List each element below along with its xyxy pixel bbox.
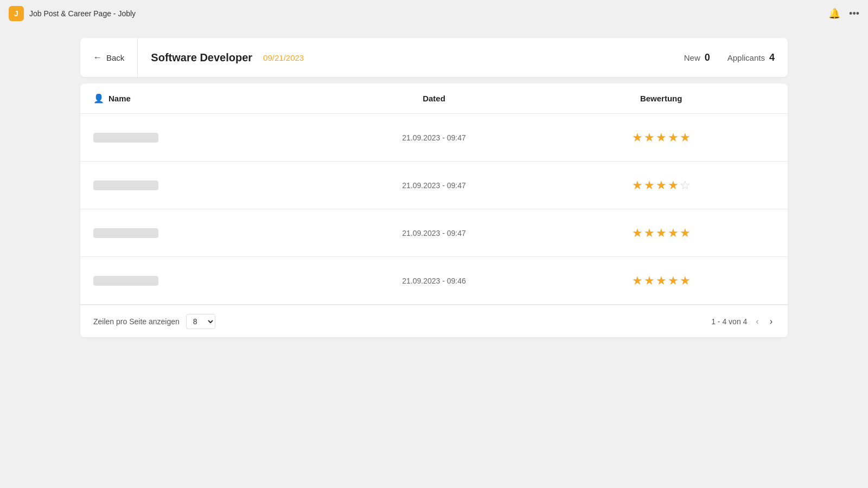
star-5: ★ xyxy=(680,131,691,145)
back-button[interactable]: ← Back xyxy=(93,38,138,77)
new-label: New xyxy=(684,53,700,62)
column-dated-label: Dated xyxy=(423,94,445,103)
table-footer: Zeilen pro Seite anzeigen 8 16 24 32 1 -… xyxy=(80,305,788,337)
stars-cell: ★ ★ ★ ★ ★ xyxy=(547,131,775,145)
prev-page-button[interactable]: ‹ xyxy=(754,314,761,329)
star-2: ★ xyxy=(644,274,655,288)
table-row[interactable]: 21.09.2023 - 09:47 ★ ★ ★ ★ ☆ xyxy=(80,162,788,209)
app-icon: J xyxy=(9,6,24,21)
applicants-label: Applicants xyxy=(727,53,765,62)
name-placeholder xyxy=(93,228,158,238)
name-cell xyxy=(93,133,321,143)
dated-cell: 21.09.2023 - 09:47 xyxy=(321,133,548,142)
name-cell xyxy=(93,181,321,190)
app-title: Job Post & Career Page - Jobly xyxy=(29,9,136,18)
star-1: ★ xyxy=(632,274,643,288)
star-1: ★ xyxy=(632,131,643,145)
table-card: 👤 Name Dated Bewertung 21.09.2023 - 09:4… xyxy=(80,84,788,337)
name-cell xyxy=(93,228,321,238)
dated-cell: 21.09.2023 - 09:47 xyxy=(321,181,548,190)
star-5: ★ xyxy=(680,226,691,240)
star-3: ★ xyxy=(656,131,667,145)
star-4: ★ xyxy=(668,178,679,192)
star-1: ★ xyxy=(632,178,643,192)
new-count: 0 xyxy=(705,52,710,63)
star-1: ★ xyxy=(632,226,643,240)
new-stat: New 0 xyxy=(684,52,710,63)
star-2: ★ xyxy=(644,178,655,192)
pagination-text: 1 - 4 von 4 xyxy=(711,317,747,326)
dated-cell: 21.09.2023 - 09:46 xyxy=(321,277,548,285)
column-name-label: Name xyxy=(108,94,131,103)
applicants-count: 4 xyxy=(769,52,775,63)
name-placeholder xyxy=(93,133,158,143)
column-bewertung-label: Bewertung xyxy=(640,94,682,103)
back-arrow-icon: ← xyxy=(93,53,102,62)
name-cell xyxy=(93,276,321,286)
star-4: ★ xyxy=(668,131,679,145)
rows-per-page-label: Zeilen pro Seite anzeigen xyxy=(93,317,180,326)
star-5: ★ xyxy=(680,274,691,288)
table-header: 👤 Name Dated Bewertung xyxy=(80,84,788,114)
header-stats: New 0 Applicants 4 xyxy=(684,52,775,63)
column-header-dated: Dated xyxy=(321,94,548,103)
star-5-empty: ☆ xyxy=(680,178,691,192)
table-row[interactable]: 21.09.2023 - 09:46 ★ ★ ★ ★ ★ xyxy=(80,257,788,305)
star-3: ★ xyxy=(656,178,667,192)
dated-cell: 21.09.2023 - 09:47 xyxy=(321,229,548,237)
table-row[interactable]: 21.09.2023 - 09:47 ★ ★ ★ ★ ★ xyxy=(80,209,788,257)
back-label: Back xyxy=(106,53,124,62)
star-2: ★ xyxy=(644,226,655,240)
next-page-button[interactable]: › xyxy=(768,314,775,329)
table-row[interactable]: 21.09.2023 - 09:47 ★ ★ ★ ★ ★ xyxy=(80,114,788,162)
name-placeholder xyxy=(93,276,158,286)
column-header-bewertung: Bewertung xyxy=(547,94,775,103)
column-header-name: 👤 Name xyxy=(93,93,321,104)
topbar: J Job Post & Career Page - Jobly 🔔 ••• xyxy=(0,0,868,27)
stars-cell: ★ ★ ★ ★ ★ xyxy=(547,226,775,240)
pagination: 1 - 4 von 4 ‹ › xyxy=(711,314,775,329)
notification-icon[interactable]: 🔔 xyxy=(828,8,840,20)
job-title: Software Developer xyxy=(151,52,252,64)
job-date: 09/21/2023 xyxy=(263,53,304,62)
main-content: ← Back Software Developer 09/21/2023 New… xyxy=(0,27,868,348)
topbar-actions: 🔔 ••• xyxy=(828,8,859,20)
star-3: ★ xyxy=(656,226,667,240)
name-placeholder xyxy=(93,181,158,190)
rows-per-page-select[interactable]: 8 16 24 32 xyxy=(186,314,215,329)
star-4: ★ xyxy=(668,226,679,240)
applicants-stat: Applicants 4 xyxy=(727,52,775,63)
star-4: ★ xyxy=(668,274,679,288)
star-3: ★ xyxy=(656,274,667,288)
person-icon: 👤 xyxy=(93,93,104,104)
stars-cell: ★ ★ ★ ★ ☆ xyxy=(547,178,775,192)
star-2: ★ xyxy=(644,131,655,145)
header-card: ← Back Software Developer 09/21/2023 New… xyxy=(80,38,788,77)
more-icon[interactable]: ••• xyxy=(849,8,859,20)
rows-per-page-control: Zeilen pro Seite anzeigen 8 16 24 32 xyxy=(93,314,215,329)
stars-cell: ★ ★ ★ ★ ★ xyxy=(547,274,775,288)
